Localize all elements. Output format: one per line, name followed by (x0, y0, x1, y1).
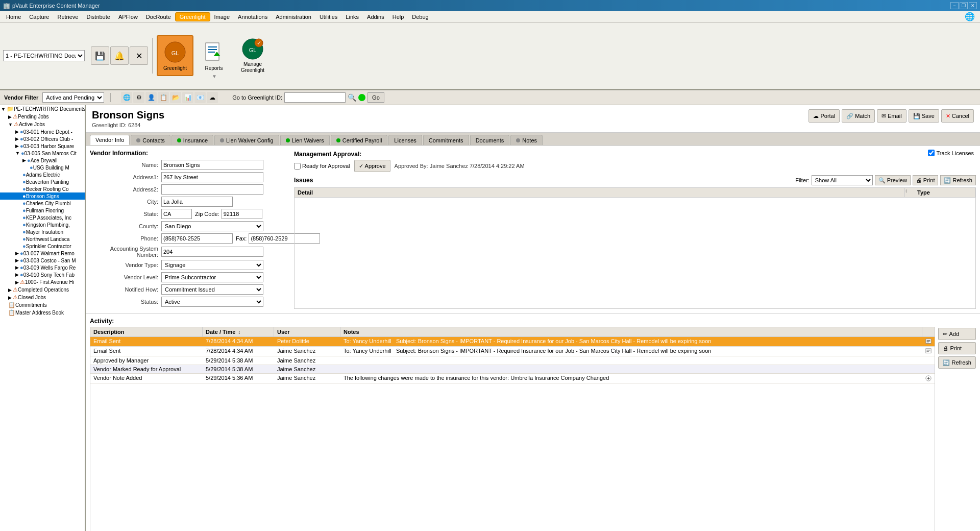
filter-icon-7[interactable]: 📧 (194, 92, 206, 103)
tree-item-closed[interactable]: ▶ ⚠ Closed Jobs (0, 294, 85, 301)
menu-capture[interactable]: Capture (25, 13, 53, 21)
tree-item-usg[interactable]: ● USG Building M (0, 164, 85, 171)
activity-add-button[interactable]: ✏ Add (938, 328, 976, 340)
menu-annotations[interactable]: Annotations (234, 13, 272, 21)
name-input[interactable] (161, 160, 263, 170)
menu-addins[interactable]: Addins (363, 13, 388, 21)
vendor-level-select[interactable]: Prime Subcontractor (161, 272, 263, 282)
tree-item-03002[interactable]: ▶ ● 03-002 Officers Club - (0, 135, 85, 142)
menu-home[interactable]: Home (2, 13, 25, 21)
tree-item-fullman[interactable]: ● Fullman Flooring (0, 207, 85, 214)
ready-for-approval-label[interactable]: Ready for Approval (294, 163, 350, 170)
manage-greenlight-ribbon-button[interactable]: GL ✓ Manage Greenlight (234, 35, 271, 76)
issues-preview-button[interactable]: 🔍 Preview (875, 175, 911, 185)
match-button[interactable]: 🔗 Match (842, 109, 875, 123)
menu-utilities[interactable]: Utilities (315, 13, 341, 21)
filter-icon-1[interactable]: 🌐 (121, 92, 132, 103)
filter-icon-8[interactable]: ☁ (207, 92, 218, 103)
tree-item-sprinkler[interactable]: ● Sprinkler Contractor (0, 243, 85, 250)
issues-print-button[interactable]: 🖨 Print (913, 175, 939, 185)
county-select[interactable]: San Diego (161, 221, 263, 231)
tree-item-03009[interactable]: ▶ ● 03-009 Wells Fargo Re (0, 264, 85, 271)
city-input[interactable] (161, 197, 233, 207)
approve-button[interactable]: ✓ Approve (354, 160, 390, 172)
phone-input[interactable] (161, 233, 233, 244)
filter-icon-6[interactable]: 📊 (182, 92, 193, 103)
activity-refresh-button[interactable]: 🔄 Refresh (938, 356, 976, 369)
address1-input[interactable] (161, 172, 263, 182)
go-to-input[interactable] (284, 92, 346, 103)
filter-icon-5[interactable]: 📂 (170, 92, 181, 103)
zip-input[interactable] (222, 209, 262, 219)
tree-item-mayer[interactable]: ● Mayer Insulation (0, 228, 85, 235)
tab-lien-waivers[interactable]: Lien Waivers (280, 135, 330, 145)
search-icon[interactable]: 🔍 (348, 93, 356, 102)
tree-item-active[interactable]: ▼ ⚠ Active Jobs (0, 120, 85, 128)
tab-licenses[interactable]: Licenses (388, 135, 422, 145)
tree-item-root[interactable]: ▼ 📁 PE-TECHWRITING Documents (0, 105, 85, 113)
close-button[interactable]: ✕ (969, 2, 977, 9)
menu-image[interactable]: Image (210, 13, 234, 21)
filter-icon-4[interactable]: 📋 (158, 92, 169, 103)
tree-item-03005[interactable]: ▼ ● 03-005 San Marcos Cit (0, 150, 85, 157)
tree-item-03001[interactable]: ▶ ● 03-001 Home Depot - (0, 128, 85, 135)
go-button[interactable]: Go (368, 92, 384, 103)
tree-item-1000[interactable]: ▶ ⚠ 1000- First Avenue Hi (0, 278, 85, 286)
activity-row-5[interactable]: Vendor Note Added 5/29/2014 5:36 AM Jaim… (90, 374, 935, 383)
menu-docroute[interactable]: DocRoute (142, 13, 175, 21)
tab-documents[interactable]: Documents (470, 135, 510, 145)
save-quick-button[interactable]: 💾 (91, 46, 109, 65)
datetime-sort-icon[interactable]: ↕ (238, 330, 241, 335)
tab-insurance[interactable]: Insurance (172, 135, 213, 145)
tab-certified-payroll[interactable]: Certified Payroll (331, 135, 388, 145)
accounting-input[interactable] (161, 247, 263, 257)
tab-lien-waiver-config[interactable]: Lien Waiver Config (214, 135, 279, 145)
cancel-button[interactable]: ✕ Cancel (941, 109, 974, 123)
menu-debug[interactable]: Debug (408, 13, 432, 21)
alert-button[interactable]: 🔔 (110, 46, 129, 65)
tree-item-03010[interactable]: ▶ ● 03-010 Sony Tech Fab (0, 271, 85, 278)
filter-icon-3[interactable]: 👤 (145, 92, 157, 103)
activity-row-3[interactable]: Approved by Manager 5/29/2014 5:38 AM Ja… (90, 356, 935, 365)
email-button[interactable]: ✉ Email (877, 109, 906, 123)
state-input[interactable] (161, 209, 192, 219)
ready-checkbox[interactable] (294, 163, 301, 170)
tree-item-becker[interactable]: ● Becker Roofing Co (0, 185, 85, 192)
restore-button[interactable]: ❐ (960, 2, 968, 9)
issues-filter-select[interactable]: Show All Open Closed (812, 175, 873, 185)
menu-help[interactable]: Help (388, 13, 408, 21)
tab-vendor-info[interactable]: Vendor Info (90, 135, 130, 145)
activity-row-4[interactable]: Vendor Marked Ready for Approval 5/29/20… (90, 365, 935, 374)
tree-item-beaverton[interactable]: ● Beaverton Painting (0, 178, 85, 185)
menu-administration[interactable]: Administration (272, 13, 315, 21)
tree-item-northwest[interactable]: ● Northwest Landsca (0, 235, 85, 243)
save-button[interactable]: 💾 Save (909, 109, 939, 123)
document-dropdown[interactable]: 1 - PE-TECHWRITING Documen... (3, 50, 85, 61)
activity-print-button[interactable]: 🖨 Print (938, 342, 976, 354)
menu-retrieve[interactable]: Retrieve (53, 13, 82, 21)
tree-item-kingston[interactable]: ● Kingston Plumbing, (0, 221, 85, 228)
tree-item-bronson[interactable]: ● Bronson Signs (0, 192, 85, 200)
issues-refresh-button[interactable]: 🔄 Refresh (940, 175, 976, 185)
filter-icon-2[interactable]: ⚙ (133, 92, 144, 103)
vendor-type-select[interactable]: Signage (161, 260, 263, 270)
tree-item-03008[interactable]: ▶ ● 03-008 Costco - San M (0, 257, 85, 264)
menu-apflow[interactable]: APFlow (114, 13, 142, 21)
greenlight-ribbon-button[interactable]: GL Greenlight (157, 35, 193, 76)
minimize-button[interactable]: − (950, 2, 959, 9)
vendor-filter-select[interactable]: Active and Pending Active Pending All (42, 92, 104, 103)
menu-links[interactable]: Links (341, 13, 363, 21)
row2-action[interactable] (922, 347, 935, 356)
tree-item-03007[interactable]: ▶ ● 03-007 Walmart Remo (0, 250, 85, 257)
tab-commitments[interactable]: Commitments (423, 135, 469, 145)
menu-distribute[interactable]: Distribute (82, 13, 114, 21)
tree-item-pending[interactable]: ▶ ⚠ Pending Jobs (0, 113, 85, 120)
notified-select[interactable]: Commitment Issued (161, 284, 263, 295)
track-licenses-checkbox[interactable] (928, 150, 935, 156)
tab-notes[interactable]: Notes (510, 135, 543, 145)
tree-item-commitments[interactable]: 📋 Commitments (0, 301, 85, 309)
status-select[interactable]: Active (161, 297, 263, 307)
tree-item-address-book[interactable]: 📋 Master Address Book (0, 309, 85, 317)
tree-item-completed[interactable]: ▶ ⚠ Completed Operations (0, 286, 85, 294)
detail-sort-icon[interactable]: ↕ (905, 188, 914, 197)
